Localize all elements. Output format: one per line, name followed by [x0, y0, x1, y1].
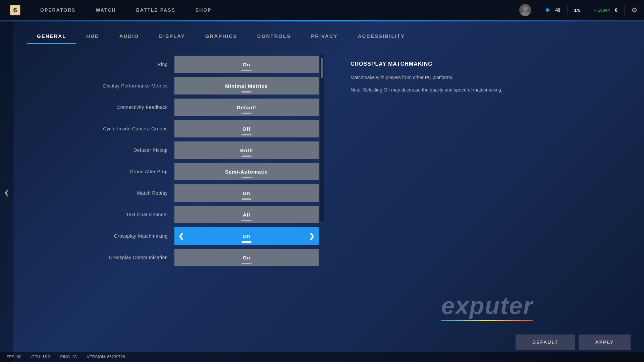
- tabs: GENERAL HUD AUDIO DISPLAY GRAPHICS CONTR…: [27, 28, 631, 44]
- setting-row-cycle-camera: Cycle Inside Camera Groups Off: [27, 119, 319, 139]
- setting-label-display-perf: Display Performance Metrics: [27, 83, 174, 88]
- apply-button[interactable]: APPLY: [579, 335, 631, 350]
- main-content: GENERAL HUD AUDIO DISPLAY GRAPHICS CONTR…: [13, 21, 644, 362]
- svg-point-2: [523, 6, 528, 11]
- setting-slider-ping: [241, 70, 252, 71]
- nav-links: OPERATORS WATCH BATTLE PASS SHOP: [30, 0, 519, 20]
- tab-privacy[interactable]: PRIVACY: [301, 28, 348, 44]
- setting-value-display-perf: Minimal Metrics: [225, 83, 268, 89]
- setting-value-connectivity: Default: [237, 105, 256, 110]
- avatar: [519, 4, 531, 16]
- setting-row-connectivity: Connectivity Feedback Default: [27, 97, 319, 117]
- topbar-right: 🔷 49 1/5 + 15344 0 ⚙: [519, 4, 637, 16]
- setting-control-crossplay[interactable]: ❮ On ❯: [174, 227, 319, 245]
- nav-shop[interactable]: SHOP: [185, 0, 222, 20]
- setting-label-cycle-camera: Cycle Inside Camera Groups: [27, 126, 174, 131]
- setting-label-drone: Drone After Prep: [27, 169, 174, 174]
- setting-slider-match-replay: [241, 198, 252, 200]
- setting-value-defuser: Both: [240, 147, 253, 153]
- right-panel: CROSSPLAY MATCHMAKING Matchmake with pla…: [344, 54, 631, 357]
- tab-display[interactable]: DISPLAY: [149, 28, 195, 44]
- tab-hud[interactable]: HUD: [76, 28, 109, 44]
- squad-count: 1/5: [574, 8, 580, 13]
- renown-count: 49: [555, 7, 560, 13]
- setting-row-defuser: Defuser Pickup Both: [27, 140, 319, 160]
- setting-row-ping: Ping On: [27, 54, 319, 74]
- info-text-1: Matchmake with players from other PC pla…: [351, 74, 624, 81]
- crossplay-arrow-right[interactable]: ❯: [309, 232, 315, 240]
- status-version: VERSION: 65239726: [87, 355, 125, 359]
- tab-audio[interactable]: AUDIO: [109, 28, 149, 44]
- setting-label-defuser: Defuser Pickup: [27, 147, 174, 153]
- content: ❮ GENERAL HUD AUDIO DISPLAY GRAPHICS CON…: [0, 21, 644, 362]
- status-bar: FPS: 60 GPU: 15.2 PING: 38 VERSION: 6523…: [0, 352, 644, 362]
- topbar: 6 OPERATORS WATCH BATTLE PASS SHOP 🔷 49 …: [0, 0, 644, 20]
- svg-text:6: 6: [13, 6, 17, 14]
- setting-row-match-replay: Match Replay On: [27, 183, 319, 203]
- crossplay-arrow-left[interactable]: ❮: [178, 232, 184, 240]
- tab-controls[interactable]: CONTROLS: [247, 28, 301, 44]
- setting-control-connectivity[interactable]: Default: [174, 99, 319, 116]
- setting-control-defuser[interactable]: Both: [174, 141, 319, 159]
- setting-row-crossplay-comm: Crossplay Communication On: [27, 247, 319, 267]
- setting-control-text-chat[interactable]: All: [174, 206, 319, 223]
- setting-slider-crossplay-comm: [241, 263, 252, 264]
- setting-row-text-chat: Text Chat Channel All: [27, 204, 319, 225]
- setting-value-text-chat: All: [243, 212, 250, 218]
- gold-balance: 0: [615, 7, 618, 13]
- tab-accessibility[interactable]: ACCESSIBILITY: [348, 28, 415, 44]
- setting-label-crossplay-comm: Crossplay Communication: [27, 255, 174, 260]
- setting-control-cycle-camera[interactable]: Off: [174, 120, 319, 137]
- exputer-text: exputer: [441, 292, 533, 319]
- status-ping: PING: 38: [60, 355, 76, 359]
- setting-value-drone: Semi-Automatic: [225, 169, 268, 175]
- setting-control-drone[interactable]: Semi-Automatic: [174, 163, 319, 180]
- setting-control-ping[interactable]: On: [174, 56, 319, 73]
- setting-slider-text-chat: [241, 220, 252, 221]
- renown-icon: 🔷: [545, 8, 550, 12]
- setting-slider-drone: [241, 177, 252, 178]
- setting-slider-cycle-camera: [241, 134, 252, 135]
- squad-block: 1/5: [574, 8, 580, 13]
- bonus-credits: + 15344: [594, 8, 610, 13]
- nav-operators[interactable]: OPERATORS: [30, 0, 86, 20]
- sidebar-back-arrow[interactable]: ❮: [0, 21, 13, 362]
- status-gpu: GPU: 15.2: [31, 355, 50, 359]
- setting-control-display-perf[interactable]: Minimal Metrics: [174, 77, 319, 95]
- setting-slider-display-perf: [241, 91, 252, 93]
- setting-row-crossplay: Crossplay Matchmaking ❮ On ❯: [27, 226, 319, 246]
- tab-general[interactable]: GENERAL: [27, 28, 76, 44]
- setting-value-crossplay-comm: On: [243, 255, 251, 260]
- setting-control-crossplay-comm[interactable]: On: [174, 249, 319, 266]
- status-fps: FPS: 60: [7, 355, 21, 359]
- info-text-2: Note: Selecting Off may decrease the qua…: [351, 86, 624, 94]
- setting-label-text-chat: Text Chat Channel: [27, 212, 174, 217]
- settings-list: Ping On Display Performance Metrics Mini…: [27, 54, 319, 357]
- game-logo: 6: [7, 2, 23, 18]
- setting-control-match-replay[interactable]: On: [174, 184, 319, 202]
- exputer-brand: exputer: [441, 292, 533, 321]
- setting-value-ping: On: [243, 62, 251, 67]
- svg-point-3: [521, 11, 529, 16]
- exputer-watermark: exputer: [344, 285, 631, 328]
- setting-row-drone: Drone After Prep Semi-Automatic: [27, 162, 319, 182]
- setting-value-cycle-camera: Off: [243, 126, 251, 132]
- setting-slider-crossplay: [241, 241, 252, 243]
- back-chevron-icon: ❮: [4, 188, 10, 196]
- setting-label-match-replay: Match Replay: [27, 190, 174, 196]
- accent-bar: [0, 20, 644, 21]
- scrollbar-track[interactable]: [320, 54, 324, 222]
- setting-label-ping: Ping: [27, 62, 174, 67]
- settings-icon[interactable]: ⚙: [631, 6, 637, 14]
- scrollbar-thumb[interactable]: [321, 58, 323, 78]
- nav-battlepass[interactable]: BATTLE PASS: [126, 0, 185, 20]
- settings-panel: Ping On Display Performance Metrics Mini…: [27, 54, 631, 357]
- setting-label-crossplay: Crossplay Matchmaking: [27, 233, 174, 239]
- setting-slider-defuser: [241, 156, 252, 157]
- setting-value-crossplay: On: [243, 233, 251, 239]
- setting-row-display-perf: Display Performance Metrics Minimal Metr…: [27, 76, 319, 96]
- tab-graphics[interactable]: GRAPHICS: [195, 28, 247, 44]
- exputer-underline: [441, 320, 533, 321]
- default-button[interactable]: DEFAULT: [516, 335, 575, 350]
- nav-watch[interactable]: WATCH: [86, 0, 126, 20]
